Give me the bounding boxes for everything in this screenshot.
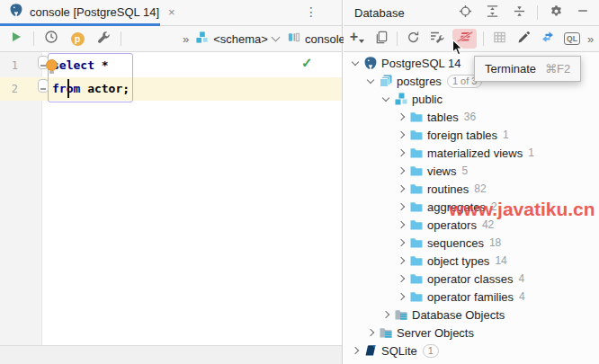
execute-button[interactable] [7, 30, 25, 48]
inspection-ok-icon: ✓ [301, 55, 313, 71]
tree-item-sqlite[interactable]: SQLite 1 [344, 342, 599, 360]
schema-selector[interactable]: <schema> [195, 31, 279, 47]
chevron-icon[interactable] [395, 218, 407, 231]
tree-item-routines[interactable]: routines 82 [344, 180, 599, 198]
duplicate-icon [375, 31, 389, 48]
expand-all-button[interactable] [483, 4, 501, 22]
chevron-icon[interactable] [349, 57, 362, 69]
table-grid-icon [493, 31, 506, 48]
settings-button[interactable] [547, 4, 565, 22]
collapse-all-icon [513, 4, 526, 22]
chevron-icon[interactable] [380, 308, 392, 321]
folder-icon [409, 289, 424, 304]
tab-options-icon[interactable]: ⋮ [305, 4, 317, 19]
gear-icon [550, 4, 563, 22]
duplicate-button[interactable] [372, 30, 390, 48]
code-text[interactable]: select * from actor; [52, 54, 130, 101]
tree-item-sequences[interactable]: sequences 18 [344, 234, 599, 252]
database-objects-folder-icon [379, 325, 393, 340]
tree-item-label: PostgreSQL 14 [381, 57, 460, 70]
folder-icon [409, 200, 424, 214]
history-button[interactable] [42, 30, 60, 48]
sql-keyword: select [52, 58, 94, 72]
tree-item-label: operator families [427, 290, 514, 304]
data-source-properties-icon [430, 30, 444, 48]
chevron-icon[interactable] [395, 236, 407, 249]
tree-item-database-objects[interactable]: Database Objects [344, 306, 599, 324]
fold-marker-icon[interactable] [38, 79, 49, 93]
hide-panel-button[interactable] [574, 4, 592, 22]
tree-item-label: Server Objects [397, 326, 474, 340]
profile-badge[interactable]: p [68, 30, 86, 48]
chevron-icon[interactable] [395, 182, 407, 195]
folder-icon [409, 146, 424, 160]
table-view-button[interactable] [490, 30, 508, 48]
tree-item-label: foreign tables [427, 129, 497, 142]
tree-item-tables[interactable]: tables 36 [344, 108, 599, 126]
schema-icon [394, 92, 408, 106]
sql-text: actor; [80, 82, 130, 95]
refresh-button[interactable] [404, 30, 422, 48]
refresh-icon [407, 31, 420, 48]
folder-icon [409, 164, 424, 178]
tab-console[interactable]: console [PostgreSQL 14] × [0, 0, 183, 23]
toolbar-separator [537, 5, 538, 20]
tree-item-label: tables [427, 111, 459, 124]
chevron-icon[interactable] [349, 344, 362, 357]
chevron-icon[interactable] [395, 272, 407, 285]
database-tool-window: Database + [344, 0, 599, 364]
chevron-icon[interactable] [395, 290, 407, 303]
tree-item-server-objects[interactable]: Server Objects [344, 324, 599, 342]
close-icon[interactable]: × [168, 5, 175, 19]
tree-item-label: materialized views [427, 146, 523, 160]
chevron-icon[interactable] [364, 75, 377, 87]
chevron-icon[interactable] [395, 200, 407, 213]
jump-to-console-button[interactable] [539, 30, 557, 48]
tree-item-operator-families[interactable]: operator families 4 [344, 288, 599, 306]
tree-item-public[interactable]: public [344, 90, 599, 108]
data-source-properties-button[interactable] [428, 30, 446, 48]
sql-console-panel: console [PostgreSQL 14] × ⋮ p » [0, 0, 343, 364]
folder-icon [409, 253, 424, 268]
jump-to-console-icon [541, 30, 555, 48]
item-count: 82 [474, 182, 486, 195]
clock-icon [44, 30, 58, 48]
tree-item-label: operator classes [427, 272, 513, 286]
sql-keyword: from [52, 82, 80, 95]
toolbar-overflow-icon[interactable]: » [183, 32, 187, 46]
ql-badge-icon: QL [564, 32, 580, 45]
toolbar-separator [121, 31, 121, 46]
tree-item-materialized-views[interactable]: materialized views 1 [344, 144, 599, 162]
folder-icon [409, 128, 424, 142]
dropdown-caret-icon [359, 40, 364, 43]
item-count: 1 [503, 129, 509, 141]
chevron-icon[interactable] [395, 129, 407, 141]
console-settings-button[interactable] [94, 30, 112, 48]
toolbar-more-icon[interactable]: » [587, 32, 592, 46]
intention-bulb-icon[interactable] [46, 59, 58, 71]
item-count: 4 [518, 272, 524, 285]
folder-icon [409, 271, 424, 286]
chevron-icon[interactable] [395, 111, 407, 123]
edit-button[interactable] [514, 30, 532, 48]
folder-icon [409, 182, 424, 196]
item-count: 1 [528, 146, 534, 159]
chevron-icon[interactable] [380, 93, 392, 105]
minus-icon [577, 4, 589, 21]
tree-item-label: SQLite [381, 344, 417, 358]
chevron-icon[interactable] [395, 164, 407, 177]
toolbar-separator [483, 31, 484, 46]
new-item-button[interactable]: + [348, 30, 366, 48]
chevron-icon[interactable] [395, 254, 407, 267]
tree-item-foreign-tables[interactable]: foreign tables 1 [344, 126, 599, 144]
tree-item-views[interactable]: views 5 [344, 162, 599, 180]
editor-toolbar: p » <schema> console [0, 26, 342, 52]
tree-item-operator-classes[interactable]: operator classes 4 [344, 270, 599, 288]
tree-item-object-types[interactable]: object types 14 [344, 252, 599, 270]
chevron-icon[interactable] [364, 326, 377, 339]
sql-editor[interactable]: 1 2 select * from actor; ✓ [0, 52, 342, 345]
chevron-icon[interactable] [395, 146, 407, 159]
collapse-all-button[interactable] [510, 4, 528, 22]
ql-console-button[interactable]: QL [563, 30, 581, 48]
locate-button[interactable] [456, 4, 474, 22]
